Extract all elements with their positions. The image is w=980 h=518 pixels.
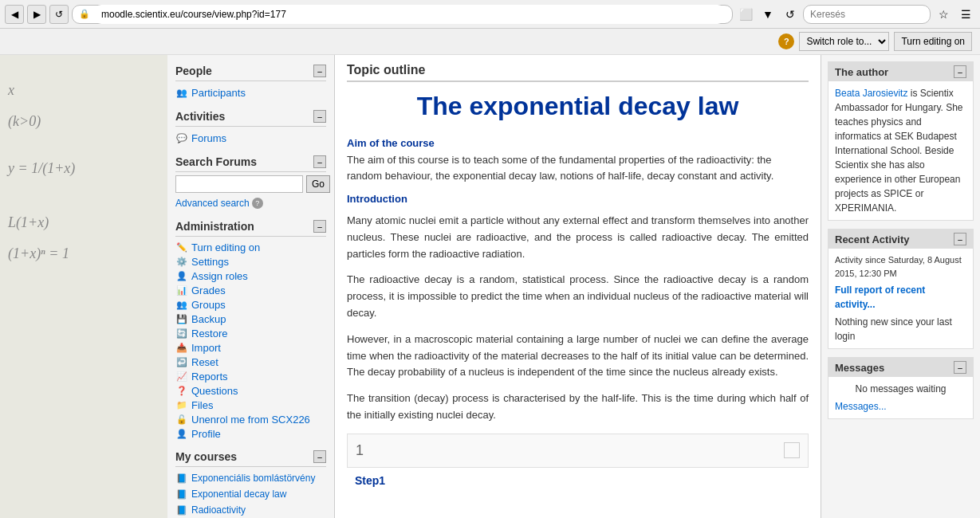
administration-title: Administration [175, 220, 254, 233]
messages-collapse-btn[interactable]: – [954, 361, 966, 374]
reset-icon: ↩️ [175, 355, 188, 368]
para2: The radioactive decay is a random, stati… [347, 272, 809, 321]
no-messages-text: No messages waiting [835, 382, 966, 396]
intro-header: Introduction [347, 193, 809, 205]
advanced-search-label: Advanced search [175, 198, 250, 209]
author-box: The author – Beata Jarosievitz is Scient… [828, 61, 974, 221]
admin-questions-link[interactable]: ❓ Questions [175, 383, 326, 398]
dropdown-icon[interactable]: ▼ [758, 5, 777, 24]
search-forums-title: Search Forums [175, 155, 257, 168]
course2-icon: 📘 [175, 488, 188, 500]
math-background: x (k>0) y = 1/(1+x) L(1+x) (1+x)ⁿ = 1 [0, 55, 167, 518]
course-radioactivity-link[interactable]: 📘 Radioactivity [175, 502, 326, 518]
para4: The transition (decay) process is charac… [347, 390, 809, 424]
files-icon: 📁 [175, 398, 188, 411]
turn-editing-button[interactable]: Turn editing on [894, 32, 972, 51]
back-button[interactable]: ◀ [5, 5, 24, 24]
browser-search-input[interactable] [803, 5, 931, 24]
search-row: Go [175, 175, 326, 193]
people-title: People [175, 65, 212, 77]
forums-link[interactable]: 💬 Forums [175, 130, 326, 146]
administration-collapse-btn[interactable]: – [313, 220, 326, 233]
go-button[interactable]: Go [306, 175, 330, 193]
reports-icon: 📈 [175, 370, 188, 383]
author-box-header: The author – [828, 62, 973, 81]
admin-grades-link[interactable]: 📊 Grades [175, 283, 326, 297]
admin-import-link[interactable]: 📥 Import [175, 340, 326, 355]
admin-assign-roles-link[interactable]: 👤 Assign roles [175, 269, 326, 283]
course-decay-link[interactable]: 📘 Exponential decay law [175, 486, 326, 502]
my-courses-header: My courses – [175, 447, 326, 467]
page-layout: x (k>0) y = 1/(1+x) L(1+x) (1+x)ⁿ = 1 Pe… [0, 55, 980, 518]
full-report-link[interactable]: Full report of recent activity... [835, 285, 925, 310]
step-title-container: Step1 [347, 468, 809, 493]
recent-activity-content: Activity since Saturday, 8 August 2015, … [828, 249, 973, 348]
admin-backup-link[interactable]: 💾 Backup [175, 312, 326, 326]
author-text: is Scientix Ambassador for Hungary. She … [835, 88, 963, 214]
my-courses-section: My courses – 📘 Exponenciális bomlástörvé… [167, 447, 334, 518]
step-title: Step1 [355, 474, 385, 487]
author-name-link[interactable]: Beata Jarosievitz [835, 88, 907, 99]
administration-header: Administration – [175, 217, 326, 237]
topic-outline-header: Topic outline [347, 63, 809, 82]
switch-role-select[interactable]: Switch role to... [799, 32, 889, 51]
bookmark-icon[interactable]: ☆ [934, 5, 953, 24]
administration-section: Administration – ✏️ Turn editing on ⚙️ S… [167, 217, 334, 441]
lock-icon: 🔒 [79, 9, 90, 19]
activities-header: Activities – [175, 107, 326, 127]
refresh-icon[interactable]: ↺ [781, 5, 800, 24]
activities-section: Activities – 💬 Forums [167, 107, 334, 146]
step-number: 1 [356, 442, 364, 459]
step-checkbox[interactable] [784, 442, 800, 458]
people-collapse-btn[interactable]: – [313, 65, 326, 77]
help-icon[interactable]: ? [778, 33, 794, 49]
activities-collapse-btn[interactable]: – [313, 110, 326, 123]
forums-icon: 💬 [175, 131, 188, 144]
messages-header: Messages – [828, 358, 973, 377]
grades-icon: 📊 [175, 284, 188, 296]
admin-profile-link[interactable]: 👤 Profile [175, 426, 326, 441]
reader-icon[interactable]: ☰ [956, 5, 975, 24]
admin-restore-link[interactable]: 🔄 Restore [175, 326, 326, 340]
search-forums-collapse-btn[interactable]: – [313, 155, 326, 168]
people-section: People – 👥 Participants [167, 61, 334, 100]
aim-text: The aim of this course is to teach some … [347, 152, 809, 183]
nothing-new-text: Nothing new since your last login [835, 315, 966, 343]
participants-icon: 👥 [175, 86, 188, 99]
participants-link[interactable]: 👥 Participants [175, 84, 326, 100]
forward-button[interactable]: ▶ [27, 5, 46, 24]
my-courses-title: My courses [175, 450, 237, 463]
para1: Many atomic nuclei emit a particle witho… [347, 213, 809, 262]
course-top-bar: ? Switch role to... Turn editing on [0, 29, 980, 55]
recent-activity-collapse-btn[interactable]: – [954, 233, 966, 245]
course-exponencial-link[interactable]: 📘 Exponenciális bomlástörvény [175, 470, 326, 486]
admin-settings-link[interactable]: ⚙️ Settings [175, 254, 326, 269]
turn-editing-icon: ✏️ [175, 241, 188, 253]
recent-activity-box: Recent Activity – Activity since Saturda… [828, 229, 974, 349]
messages-link[interactable]: Messages... [835, 401, 887, 412]
para3: However, in a macroscopic material conta… [347, 332, 809, 381]
forums-search-input[interactable] [175, 175, 303, 193]
admin-unenrol-link[interactable]: 🔓 Unenrol me from SCX226 [175, 412, 326, 426]
admin-turn-editing-link[interactable]: ✏️ Turn editing on [175, 240, 326, 254]
assign-roles-icon: 👤 [175, 269, 188, 282]
admin-reset-link[interactable]: ↩️ Reset [175, 355, 326, 369]
my-courses-collapse-btn[interactable]: – [313, 450, 326, 463]
main-content: Topic outline The exponential decay law … [335, 55, 821, 518]
people-header: People – [175, 61, 326, 81]
admin-groups-link[interactable]: 👥 Groups [175, 297, 326, 312]
admin-files-link[interactable]: 📁 Files [175, 398, 326, 412]
groups-icon: 👥 [175, 298, 188, 311]
admin-reports-link[interactable]: 📈 Reports [175, 369, 326, 383]
screen-icon[interactable]: ⬜ [736, 5, 755, 24]
advanced-search-link[interactable]: Advanced search ? [175, 196, 326, 210]
backup-icon: 💾 [175, 312, 188, 325]
profile-icon: 👤 [175, 427, 188, 440]
advanced-search-help-icon[interactable]: ? [252, 198, 263, 209]
para2-text: The radioactive decay is a random, stati… [347, 273, 809, 319]
url-input[interactable] [93, 5, 726, 24]
aim-header: Aim of the course [347, 137, 809, 149]
refresh-button[interactable]: ↺ [49, 5, 69, 24]
author-collapse-btn[interactable]: – [954, 65, 966, 78]
search-forums-header: Search Forums – [175, 152, 326, 172]
